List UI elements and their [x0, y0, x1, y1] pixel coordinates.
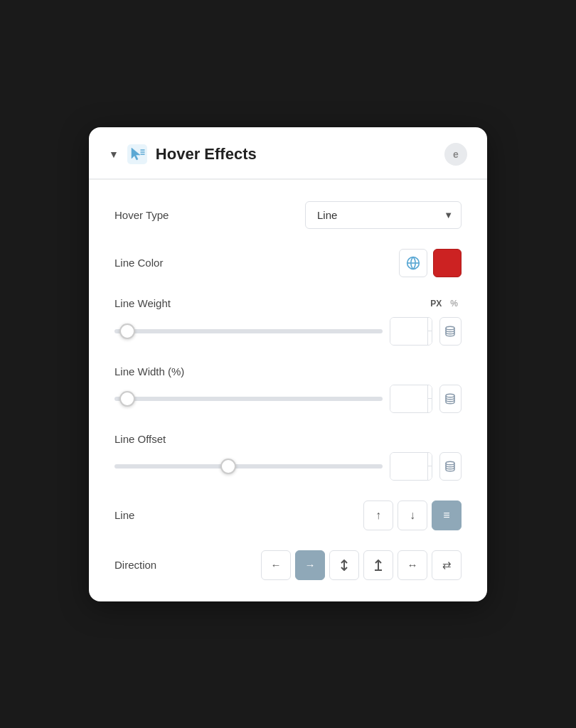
line-color-row: Line Color [114, 249, 462, 277]
line-weight-controls: ▲ ▼ [114, 317, 462, 346]
line-width-db-button[interactable] [439, 385, 462, 413]
line-width-arrows: ▲ ▼ [427, 385, 432, 412]
line-weight-slider[interactable] [114, 329, 383, 333]
line-color-label: Line Color [114, 257, 228, 269]
line-position-row: Line ↑ ↓ ≡ [114, 500, 462, 530]
px-unit-button[interactable]: PX [427, 297, 445, 310]
line-offset-stepper: ▲ ▼ [390, 452, 432, 481]
svg-point-8 [446, 461, 454, 465]
color-swatch[interactable] [433, 249, 462, 277]
line-offset-arrows: ▲ ▼ [427, 453, 432, 480]
line-offset-label-row: Line Offset [114, 433, 462, 445]
svg-point-7 [446, 394, 454, 397]
svg-point-6 [446, 326, 454, 330]
line-offset-down-button[interactable]: ▼ [428, 466, 432, 480]
line-middle-button[interactable]: ≡ [432, 500, 462, 530]
dir-downup-button[interactable] [363, 550, 393, 580]
dir-leftright-button[interactable]: ↔ [398, 550, 427, 580]
collapse-chevron-icon[interactable]: ▼ [109, 149, 119, 160]
cursor-icon [126, 143, 149, 166]
direction-buttons: ← → ↔ ⇄ [228, 550, 462, 580]
dir-right-button[interactable]: → [295, 550, 325, 580]
line-offset-row: Line Offset ▲ ▼ [114, 433, 462, 481]
hover-effects-panel: ▼ Hover Effects e Hover Type Line [89, 127, 487, 601]
hover-type-dropdown-wrapper: Line Underline Overline Background None … [305, 201, 462, 229]
globe-icon [406, 256, 420, 270]
line-width-label: Line Width (%) [114, 365, 462, 378]
header-left: ▼ Hover Effects [109, 143, 444, 166]
hover-type-control: Line Underline Overline Background None … [228, 201, 462, 229]
dir-rightleft-button[interactable]: ⇄ [432, 550, 462, 580]
line-width-slider[interactable] [114, 397, 383, 401]
unit-buttons: PX % [427, 297, 462, 310]
line-width-input[interactable] [390, 385, 427, 412]
hover-type-select[interactable]: Line Underline Overline Background None [305, 201, 462, 229]
line-weight-db-button[interactable] [439, 317, 462, 346]
dir-left-button[interactable]: ← [261, 550, 291, 580]
line-weight-input[interactable] [390, 318, 427, 345]
line-weight-label-row: Line Weight PX % [114, 297, 462, 310]
line-weight-up-button[interactable]: ▲ [428, 318, 432, 332]
line-offset-up-button[interactable]: ▲ [428, 453, 432, 467]
db-icon [444, 325, 457, 338]
direction-label: Direction [114, 559, 228, 571]
panel-title: Hover Effects [156, 145, 257, 164]
db-icon-3 [444, 460, 457, 473]
global-color-button[interactable] [399, 249, 427, 277]
line-position-control: ↑ ↓ ≡ [228, 500, 462, 530]
panel-body: Hover Type Line Underline Overline Backg… [89, 180, 487, 580]
line-width-up-button[interactable]: ▲ [428, 385, 432, 400]
line-weight-label: Line Weight [114, 297, 427, 309]
line-up-button[interactable]: ↑ [363, 500, 393, 530]
dir-updown-button[interactable] [329, 550, 359, 580]
line-down-button[interactable]: ↓ [398, 500, 427, 530]
line-width-label-row: Line Width (%) [114, 365, 462, 378]
line-weight-stepper: ▲ ▼ [390, 317, 432, 346]
db-icon-2 [444, 392, 457, 405]
line-weight-down-button[interactable]: ▼ [428, 331, 432, 345]
line-offset-input[interactable] [390, 453, 427, 480]
line-offset-label: Line Offset [114, 433, 462, 445]
panel-header: ▼ Hover Effects e [89, 127, 487, 179]
line-offset-controls: ▲ ▼ [114, 452, 462, 481]
line-width-down-button[interactable]: ▼ [428, 399, 432, 412]
line-position-label: Line [114, 509, 228, 521]
pct-unit-button[interactable]: % [447, 297, 462, 310]
updown-icon [338, 560, 350, 571]
hover-type-row: Hover Type Line Underline Overline Backg… [114, 201, 462, 229]
line-width-controls: ▲ ▼ [114, 385, 462, 413]
line-weight-row: Line Weight PX % ▲ ▼ [114, 297, 462, 346]
line-width-stepper: ▲ ▼ [390, 385, 432, 413]
downup-icon [373, 560, 384, 571]
direction-row: Direction ← → [114, 550, 462, 580]
line-position-buttons: ↑ ↓ ≡ [363, 500, 462, 530]
hover-type-label: Hover Type [114, 209, 228, 221]
line-offset-slider[interactable] [114, 464, 383, 469]
line-width-row: Line Width (%) ▲ ▼ [114, 365, 462, 413]
line-weight-arrows: ▲ ▼ [427, 318, 432, 345]
line-color-control [228, 249, 462, 277]
line-offset-db-button[interactable] [439, 452, 462, 481]
info-icon[interactable]: e [444, 143, 467, 166]
